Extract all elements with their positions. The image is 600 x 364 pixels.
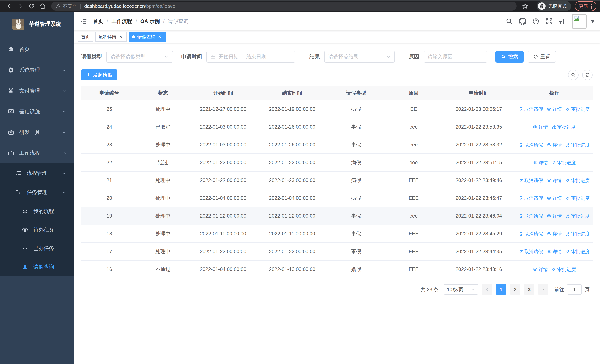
tab-leave-query[interactable]: 请假查询✕ (129, 32, 166, 42)
sidebar-collapse-icon[interactable] (77, 15, 90, 28)
sidebar-item-system[interactable]: 系统管理 (0, 60, 74, 80)
breadcrumb-home[interactable]: 首页 (93, 18, 103, 25)
chevron-down-icon (62, 130, 66, 135)
next-page-button[interactable] (538, 284, 548, 295)
reason-input[interactable] (428, 54, 483, 60)
cell-apply-time: 2022-01-22 23:46:47 (442, 195, 516, 201)
browser-menu-icon[interactable] (591, 4, 592, 9)
approval-progress-link[interactable]: 审批进度 (552, 266, 576, 272)
detail-link[interactable]: 详情 (547, 249, 562, 255)
page-button-1[interactable]: 1 (496, 284, 506, 295)
cell-status: 处理中 (138, 106, 189, 112)
leave-type-label: 请假类型 (81, 53, 102, 60)
detail-link[interactable]: 详情 (547, 142, 562, 148)
sidebar-item-home[interactable]: 首页 (0, 39, 74, 60)
sidebar-item-payment[interactable]: 支付管理 (0, 80, 74, 101)
sidebar-item-done-tasks[interactable]: 已办任务 (0, 239, 74, 258)
browser-update-button[interactable]: 更新 (575, 1, 596, 11)
detail-link[interactable]: 详情 (547, 177, 562, 184)
sidebar-item-task-mgmt[interactable]: 任务管理 (0, 183, 74, 202)
approval-progress-link[interactable]: 审批进度 (565, 177, 590, 184)
address-bar[interactable]: 不安全 dashboard.yudao.iocoder.cn/bpm/oa/le… (51, 2, 517, 10)
detail-link[interactable]: 详情 (547, 195, 562, 201)
browser-home-icon[interactable] (37, 2, 48, 10)
apply-time-range-picker[interactable]: 开始日期 - 结束日期 (206, 51, 295, 63)
sidebar-item-infrastructure[interactable]: 基础设施 (0, 101, 74, 122)
cancel-leave-link[interactable]: 取消请假 (519, 213, 543, 219)
cancel-leave-link[interactable]: 取消请假 (519, 195, 543, 201)
detail-link[interactable]: 详情 (547, 213, 562, 219)
result-select[interactable]: 请选择流结果 (324, 51, 395, 63)
browser-back-icon[interactable] (4, 2, 15, 10)
breadcrumb: 首页/ 工作流程/ OA 示例/ 请假查询 (93, 18, 189, 25)
trash-icon (519, 178, 523, 183)
detail-link[interactable]: 详情 (533, 124, 548, 130)
breadcrumb-oa[interactable]: OA 示例 (141, 18, 160, 25)
github-icon[interactable] (518, 17, 527, 25)
cell-leave-type: 事假 (327, 141, 385, 148)
create-leave-button[interactable]: 发起请假 (81, 69, 117, 80)
sidebar-item-workflow[interactable]: 工作流程 (0, 143, 74, 163)
trash-icon (519, 107, 523, 111)
avatar[interactable] (572, 14, 587, 29)
goto-page-input[interactable] (567, 284, 582, 295)
user-icon (22, 264, 28, 270)
approval-progress-link[interactable]: 审批进度 (565, 142, 590, 148)
search-button[interactable]: 搜索 (496, 51, 524, 63)
browser-forward-icon[interactable] (15, 2, 26, 10)
close-icon[interactable]: ✕ (118, 34, 123, 39)
help-icon[interactable] (532, 17, 540, 25)
sidebar-item-process-mgmt[interactable]: 流程管理 (0, 163, 74, 183)
search-icon[interactable] (505, 17, 513, 25)
close-icon[interactable]: ✕ (157, 34, 162, 39)
bookmark-star-icon[interactable] (520, 2, 531, 10)
browser-refresh-icon[interactable] (26, 2, 37, 10)
app-logo-row[interactable]: 芋道管理系统 (0, 12, 74, 36)
tab-home[interactable]: 首页 (78, 32, 94, 42)
prev-page-button[interactable] (482, 284, 492, 295)
breadcrumb-workflow[interactable]: 工作流程 (112, 18, 132, 25)
chevron-left-icon (485, 288, 489, 291)
page-size-select[interactable]: 10条/页 (444, 284, 478, 295)
detail-link[interactable]: 详情 (533, 159, 548, 166)
approval-progress-link[interactable]: 审批进度 (552, 159, 576, 166)
cancel-leave-link[interactable]: 取消请假 (519, 106, 543, 112)
approval-progress-link[interactable]: 审批进度 (565, 106, 590, 112)
approval-progress-link[interactable]: 审批进度 (565, 231, 590, 237)
page-content: 请假类型 请选择请假类型 申请时间 开始日期 - 结束日期 结果 请选择流结果 (74, 43, 600, 364)
cancel-leave-link[interactable]: 取消请假 (519, 249, 543, 255)
eye-icon (533, 160, 538, 165)
page-button-3[interactable]: 3 (524, 284, 534, 295)
detail-link[interactable]: 详情 (533, 266, 548, 272)
security-chip[interactable]: 不安全 (56, 3, 76, 9)
cell-leave-type: 病假 (327, 159, 385, 166)
page-button-2[interactable]: 2 (510, 284, 520, 295)
detail-link[interactable]: 详情 (547, 231, 562, 237)
show-search-button[interactable] (568, 70, 579, 80)
cell-actions: 取消请假 详情 审批进度 (516, 195, 593, 201)
detail-link[interactable]: 详情 (547, 106, 562, 112)
approval-progress-link[interactable]: 审批进度 (565, 195, 590, 201)
tab-process-detail[interactable]: 流程详情✕ (95, 32, 127, 42)
sidebar-item-my-process[interactable]: 我的流程 (0, 202, 74, 221)
cell-actions: 取消请假 详情 审批进度 (516, 213, 593, 219)
reset-button[interactable]: 重置 (528, 51, 556, 63)
approval-progress-link[interactable]: 审批进度 (565, 213, 590, 219)
sidebar-item-todo-tasks[interactable]: 待办任务 (0, 221, 74, 239)
sidebar-item-leave-query[interactable]: 请假查询 (0, 258, 74, 276)
font-size-icon[interactable] (559, 17, 567, 25)
cancel-leave-link[interactable]: 取消请假 (519, 177, 543, 184)
refresh-table-button[interactable] (582, 70, 593, 80)
cell-end-time: 2022-01-04 00:00:00 (258, 195, 327, 201)
cell-apply-id: 17 (81, 249, 138, 254)
leave-type-select[interactable]: 请选择请假类型 (106, 51, 173, 63)
avatar-caret-icon[interactable] (590, 20, 595, 23)
approval-progress-link[interactable]: 审批进度 (565, 249, 590, 255)
cancel-leave-link[interactable]: 取消请假 (519, 231, 543, 237)
approval-progress-link[interactable]: 审批进度 (552, 124, 576, 130)
fullscreen-icon[interactable] (545, 17, 553, 25)
eye-icon (547, 142, 552, 147)
cancel-leave-link[interactable]: 取消请假 (519, 142, 543, 148)
sidebar-item-dev-tools[interactable]: 研发工具 (0, 122, 74, 143)
cell-end-time: 2022-01-22 00:00:00 (258, 249, 327, 254)
